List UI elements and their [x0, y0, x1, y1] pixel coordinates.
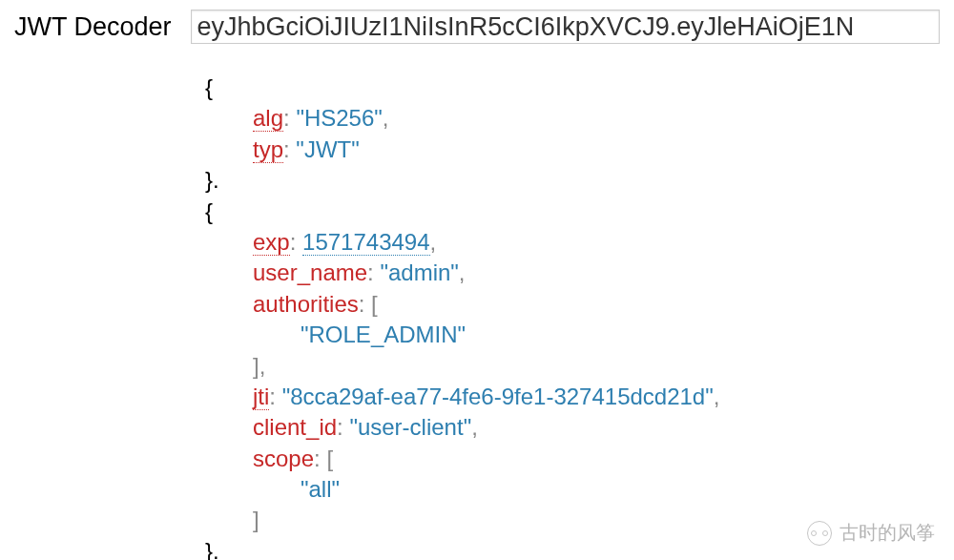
val-alg: "HS256" — [296, 105, 382, 131]
brace-close: } — [205, 167, 213, 193]
val-client-id: "user-client" — [349, 414, 471, 440]
header: JWT Decoder — [14, 10, 940, 44]
val-user-name: "admin" — [380, 259, 458, 285]
jwt-input[interactable] — [191, 10, 940, 44]
brace-close: } — [205, 538, 213, 560]
key-scope: scope — [253, 446, 314, 471]
val-jti: "8cca29af-ea77-4fe6-9fe1-327415dcd21d" — [282, 384, 714, 409]
wechat-icon — [807, 521, 832, 546]
val-typ: "JWT" — [296, 136, 359, 162]
key-alg[interactable]: alg — [253, 105, 283, 132]
brace-open: { — [205, 74, 213, 100]
watermark-text: 古时的风筝 — [840, 520, 935, 546]
val-scope-0: "all" — [301, 476, 340, 502]
val-exp[interactable]: 1571743494 — [302, 229, 429, 256]
page-title: JWT Decoder — [14, 12, 172, 42]
brace-open: { — [205, 198, 213, 224]
key-typ[interactable]: typ — [253, 136, 283, 163]
key-user-name: user_name — [253, 259, 367, 285]
watermark: 古时的风筝 — [807, 520, 935, 546]
key-exp[interactable]: exp — [253, 229, 290, 256]
key-authorities: authorities — [253, 291, 359, 317]
key-jti[interactable]: jti — [253, 384, 269, 410]
key-client-id: client_id — [253, 414, 337, 440]
decoded-output: { alg: "HS256", typ: "JWT" }. { exp: 157… — [205, 73, 940, 560]
val-authorities-0: "ROLE_ADMIN" — [301, 321, 466, 347]
